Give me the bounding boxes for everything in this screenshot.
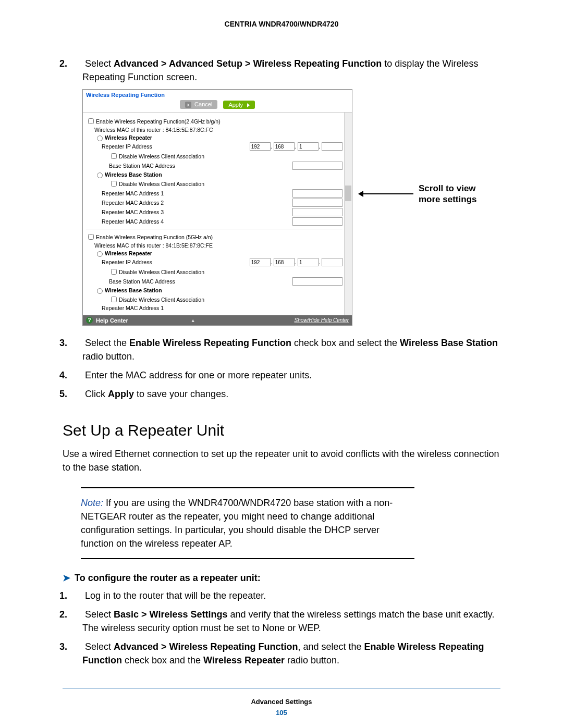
- repeater-mac-input[interactable]: [292, 199, 342, 207]
- l: Wireless Repeater: [105, 134, 342, 141]
- l: Repeater IP Address: [102, 259, 250, 265]
- step-num: 3.: [71, 640, 82, 653]
- l: Enable Wireless Repeating Function(2.4GH…: [96, 118, 342, 125]
- t: Select the: [85, 338, 129, 348]
- l: Disable Wireless Client Association: [119, 181, 342, 187]
- scrollbar-thumb[interactable]: [345, 186, 351, 201]
- l: Enable Wireless Repeating Function (5GHz…: [96, 234, 342, 240]
- router-screenshot: Wireless Repeating Function xCancel Appl…: [82, 89, 352, 326]
- l: Repeater MAC Address 1: [102, 190, 292, 196]
- t: , and select the: [298, 641, 364, 652]
- step-2: 2. Select Advanced > Advanced Setup > Wi…: [63, 57, 500, 84]
- l: Repeater IP Address: [102, 143, 250, 150]
- task-step-1: 1. Log in to the router that will be the…: [63, 589, 500, 602]
- apply-button[interactable]: Apply: [223, 101, 255, 109]
- task-step-3: 3. Select Advanced > Wireless Repeating …: [63, 640, 500, 667]
- step-num: 3.: [71, 336, 82, 350]
- disable-assoc-checkbox-5g[interactable]: [111, 269, 117, 275]
- t: Basic > Wireless Settings: [114, 609, 227, 620]
- l: Repeater MAC Address 3: [102, 209, 292, 215]
- t: Apply: [108, 389, 134, 399]
- scrollbar-track[interactable]: [344, 113, 352, 315]
- wireless-base-station-radio-5g[interactable]: [97, 288, 103, 294]
- t: Wireless Repeater: [203, 655, 285, 665]
- l: Repeater MAC Address 1: [102, 305, 342, 311]
- base-mac-input[interactable]: [292, 162, 342, 170]
- l: Repeater MAC Address 2: [102, 200, 292, 206]
- ip-octet[interactable]: [298, 142, 319, 151]
- l: Disable Wireless Client Association: [119, 153, 342, 159]
- enable-5ghz-checkbox[interactable]: [88, 234, 94, 240]
- note-box: Note: If you are using the WNDR4700/WNDR…: [81, 487, 414, 559]
- step-3: 3. Select the Enable Wireless Repeating …: [63, 336, 500, 363]
- callout-text: Scroll to viewmore settings: [419, 183, 476, 205]
- step-4: 4. Enter the MAC address for one or more…: [63, 368, 500, 382]
- t: Enter the MAC address for one or more re…: [85, 370, 312, 380]
- help-bar: ? Help Center ▲ Show/Hide Help Center: [83, 315, 352, 325]
- note-text: If you are using the WNDR4700/WNDR4720 b…: [81, 498, 393, 549]
- t: to save your changes.: [134, 389, 228, 399]
- t: Click: [85, 389, 108, 399]
- ip-octet[interactable]: [298, 258, 319, 266]
- step-5: 5. Click Apply to save your changes.: [63, 387, 500, 401]
- ip-octet[interactable]: [250, 142, 271, 151]
- wireless-repeater-radio-5g[interactable]: [97, 251, 103, 257]
- close-icon: x: [185, 102, 191, 108]
- mac-label: Wireless MAC of this router : 84:1B:5E:8…: [94, 127, 342, 133]
- section-heading: Set Up a Repeater Unit: [63, 422, 500, 439]
- t: Select: [85, 609, 114, 620]
- t: check box and the: [122, 655, 203, 665]
- ip-octet[interactable]: [274, 258, 295, 266]
- repeater-mac-input[interactable]: [292, 217, 342, 226]
- cancel-button[interactable]: xCancel: [180, 100, 217, 109]
- play-icon: [247, 103, 250, 107]
- l: Disable Wireless Client Association: [119, 269, 342, 275]
- section-para: Use a wired Ethernet connection to set u…: [63, 447, 500, 474]
- step-num: 2.: [71, 608, 82, 621]
- l: Base Station MAC Address: [109, 163, 292, 169]
- t: radio button.: [82, 351, 134, 362]
- l: Wireless Base Station: [105, 171, 342, 178]
- page-number: 105: [63, 709, 500, 717]
- task-heading: ➤To configure the router as a repeater u…: [63, 572, 500, 584]
- wireless-base-station-radio[interactable]: [97, 172, 103, 178]
- scroll-area: Enable Wireless Repeating Function(2.4GH…: [83, 112, 352, 315]
- help-icon[interactable]: ?: [86, 317, 93, 324]
- ip-octet[interactable]: [322, 142, 342, 151]
- button-bar: xCancel Apply: [83, 99, 352, 112]
- t: Wireless Base Station: [400, 338, 498, 348]
- chevron-right-icon: ➤: [63, 573, 70, 583]
- repeater-mac-input[interactable]: [292, 208, 342, 216]
- footer-section: Advanced Settings: [63, 698, 500, 706]
- disable-assoc-checkbox[interactable]: [111, 181, 117, 187]
- l: Repeater MAC Address 4: [102, 218, 292, 225]
- note-label: Note:: [81, 498, 106, 508]
- t: radio button.: [285, 655, 339, 665]
- step-num: 1.: [71, 589, 82, 602]
- ip-octet[interactable]: [274, 142, 295, 151]
- t: Select: [85, 58, 114, 69]
- repeater-mac-input[interactable]: [292, 189, 342, 198]
- t: Select: [85, 641, 114, 652]
- show-hide-help-link[interactable]: Show/Hide Help Center: [295, 317, 349, 323]
- t: check box and select the: [291, 338, 400, 348]
- step-num: 5.: [71, 387, 82, 401]
- t: Enable Wireless Repeating Function: [129, 338, 291, 348]
- l: Wireless Repeater: [105, 250, 342, 256]
- disable-assoc-checkbox[interactable]: [111, 153, 117, 159]
- screenshot-wrapper: Wireless Repeating Function xCancel Appl…: [82, 89, 500, 326]
- help-label: Help Center: [96, 317, 128, 324]
- page-header: CENTRIA WNDR4700/WNDR4720: [63, 20, 500, 28]
- mac-label: Wireless MAC of this router : 84:1B:5E:8…: [94, 242, 342, 249]
- chevron-up-icon[interactable]: ▲: [191, 318, 195, 323]
- scroll-callout: Scroll to viewmore settings: [359, 183, 476, 205]
- disable-assoc-checkbox-5g[interactable]: [111, 297, 117, 302]
- ip-octet[interactable]: [322, 258, 342, 266]
- wireless-repeater-radio[interactable]: [97, 135, 103, 141]
- ip-octet[interactable]: [250, 258, 271, 266]
- enable-24ghz-checkbox[interactable]: [88, 118, 94, 124]
- t: Log in to the router that will be the re…: [85, 590, 266, 601]
- panel-title: Wireless Repeating Function: [83, 90, 352, 99]
- task-step-2: 2. Select Basic > Wireless Settings and …: [63, 608, 500, 635]
- base-mac-input-5g[interactable]: [292, 277, 342, 286]
